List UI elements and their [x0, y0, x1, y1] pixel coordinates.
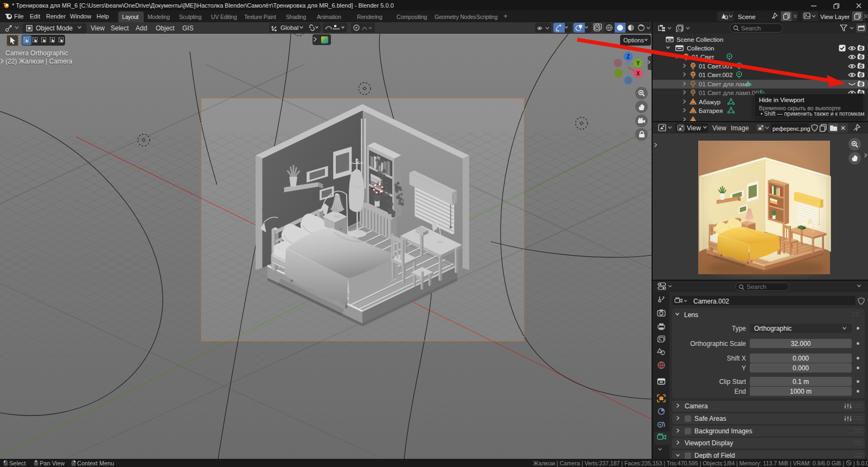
- svg-text:Y: Y: [636, 60, 640, 66]
- svg-text:X: X: [636, 71, 640, 77]
- svg-text:Z: Z: [627, 54, 630, 60]
